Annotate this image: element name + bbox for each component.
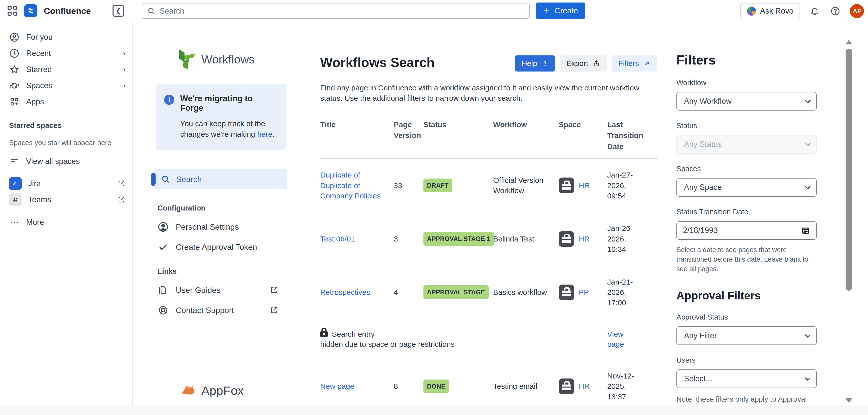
transition-date-field[interactable] [683, 226, 801, 235]
banner-body: You can keep track of the changes we're … [180, 118, 278, 140]
chevron-down-icon [805, 375, 811, 381]
scrollbar[interactable] [844, 38, 854, 406]
space-link[interactable]: HR [579, 180, 590, 190]
transition-date-input[interactable] [676, 221, 817, 240]
appnav-item-user-guides[interactable]: User Guides [158, 285, 278, 296]
transition-date-label: Status Transition Date [676, 208, 828, 216]
page-title-link[interactable]: Retrospectives [320, 288, 370, 296]
workflows-table: Title Page Version Status Workflow Space… [320, 119, 657, 415]
confluence-logo[interactable] [24, 4, 37, 18]
rovo-icon [747, 6, 756, 16]
appnav-item-create-approval-token[interactable]: Create Approval Token [158, 241, 278, 253]
last-transition-date: Jan-21-2026, 17:00 [607, 277, 648, 308]
chevron-right-icon[interactable]: › [123, 65, 125, 73]
status-filter-select: Any Status [676, 135, 817, 154]
page-version: 33 [394, 180, 424, 190]
space-link[interactable]: PP [579, 287, 589, 297]
column-header: Status [424, 119, 493, 130]
sidebar-item-jira[interactable]: Jira [0, 176, 132, 191]
users-filter-select[interactable]: Select... [676, 369, 817, 388]
collapse-sidebar-icon[interactable]: ❮ [113, 5, 124, 17]
external-link-icon [117, 196, 125, 204]
notifications-bell-icon[interactable] [809, 5, 821, 17]
chevron-down-icon [805, 332, 811, 338]
space-icon [559, 178, 574, 193]
teams-icon [9, 194, 22, 206]
help-button[interactable]: Help [515, 55, 555, 71]
external-link-icon [270, 306, 278, 315]
calendar-icon[interactable] [801, 226, 810, 235]
ellipsis-icon [9, 217, 20, 228]
sidebar: For you Recent › Starred › Spaces › Apps… [0, 22, 133, 415]
sidebar-item-spaces[interactable]: Spaces › [0, 78, 132, 94]
page-version: 3 [394, 234, 424, 244]
star-icon [9, 64, 20, 75]
chevron-right-icon[interactable]: › [123, 49, 125, 57]
last-transition-date: Jan-27-2026, 09:54 [607, 170, 648, 201]
appnav-item-contact-support[interactable]: Contact Support [158, 305, 278, 316]
status-filter-label: Status [676, 122, 828, 130]
view-all-spaces[interactable]: View all spaces [0, 153, 132, 170]
clock-icon [9, 48, 20, 59]
export-button[interactable]: Export [560, 55, 607, 71]
scroll-down-arrow-icon[interactable] [846, 398, 852, 403]
planet-icon [9, 80, 20, 91]
sidebar-item-teams[interactable]: Teams [0, 191, 132, 208]
global-search[interactable] [142, 3, 530, 19]
scrollbar-thumb[interactable] [846, 49, 852, 291]
workflow-name: Belinda Test [493, 234, 559, 244]
column-header: Last Transition Date [607, 119, 648, 152]
filters-button[interactable]: Filters [612, 55, 657, 71]
ask-rovo-button[interactable]: Ask Rovo [740, 3, 800, 19]
page-title-link[interactable]: Test 06/01 [320, 235, 355, 243]
sidebar-item-recent[interactable]: Recent › [0, 45, 132, 61]
sidebar-item-for-you[interactable]: For you [0, 29, 132, 45]
column-header: Page Version [394, 119, 424, 141]
search-icon [147, 7, 156, 16]
workflow-name: Basics workflow [493, 287, 559, 297]
avatar[interactable]: AF [850, 4, 864, 18]
status-badge: APPROVAL STAGE [424, 285, 489, 299]
bottom-edge [0, 406, 868, 415]
create-button[interactable]: Create [536, 2, 585, 19]
sidebar-item-more[interactable]: More [0, 214, 132, 230]
plus-icon [543, 7, 551, 14]
view-page-link[interactable]: View page [607, 330, 624, 349]
appnav-item-personal-settings[interactable]: Personal Settings [158, 221, 278, 232]
appnav-item-search[interactable]: Search [154, 169, 287, 189]
banner-title: We're migrating to Forge [180, 94, 278, 113]
page-title-link[interactable]: New page [320, 382, 354, 390]
table-row: Retrospectives 4 APPROVAL STAGE Basics w… [320, 266, 657, 319]
banner-here-link[interactable]: here [257, 130, 272, 138]
search-icon [161, 175, 170, 184]
sidebar-item-label: More [26, 218, 125, 227]
product-name: Confluence [44, 6, 91, 16]
approval-status-select[interactable]: Any Filter [676, 326, 817, 345]
page-title-link[interactable]: Duplicate of Duplicate of Company Polici… [320, 171, 381, 200]
last-transition-date: Nov-12-2025, 13:37 [607, 371, 648, 402]
help-question-icon[interactable] [829, 5, 841, 17]
checkmark-icon [158, 241, 169, 253]
app-switcher-icon[interactable] [7, 6, 18, 16]
space-link[interactable]: HR [579, 381, 590, 391]
column-header: Space [559, 119, 607, 130]
chevron-right-icon[interactable]: › [123, 82, 125, 90]
external-link-icon [270, 286, 278, 294]
question-icon [542, 60, 548, 67]
space-icon [559, 285, 574, 300]
person-circle-icon [158, 221, 169, 232]
space-icon [559, 379, 574, 394]
workflow-filter-select[interactable]: Any Workflow [676, 92, 817, 111]
sidebar-item-apps[interactable]: Apps [0, 94, 132, 110]
spaces-filter-select[interactable]: Any Space [676, 178, 817, 197]
appnav-item-label: Personal Settings [176, 223, 278, 232]
global-search-input[interactable] [160, 6, 524, 16]
arrow-up-right-icon [644, 60, 651, 67]
scroll-up-arrow-icon[interactable] [846, 40, 852, 44]
space-link[interactable]: HR [579, 234, 590, 244]
column-header: Workflow [493, 119, 559, 130]
appfox-logo-text: AppFox [202, 384, 244, 397]
sidebar-item-starred[interactable]: Starred › [0, 61, 132, 78]
forge-migration-banner: i We're migrating to Forge You can keep … [156, 84, 286, 150]
jira-logo [9, 177, 22, 190]
